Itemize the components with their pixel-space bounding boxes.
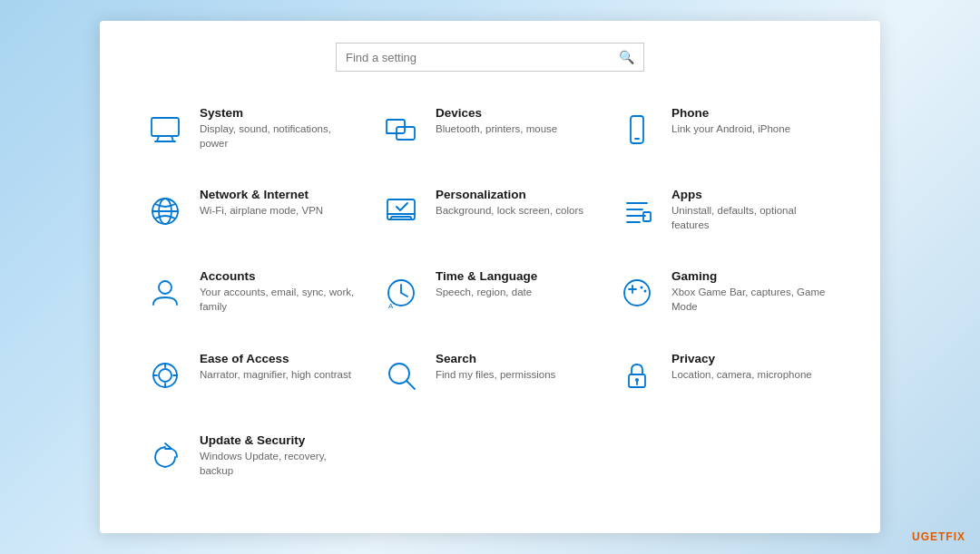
item-title-privacy: Privacy <box>671 352 812 365</box>
item-desc-devices: Bluetooth, printers, mouse <box>436 121 557 136</box>
item-title-accounts: Accounts <box>200 269 358 283</box>
item-desc-network: Wi-Fi, airplane mode, VPN <box>200 203 323 218</box>
item-text-personalization: Personalization Background, lock screen,… <box>436 188 583 218</box>
item-text-ease: Ease of Access Narrator, magnifier, high… <box>200 352 351 382</box>
item-title-gaming: Gaming <box>671 269 829 283</box>
svg-rect-0 <box>152 118 179 136</box>
system-icon <box>143 108 187 151</box>
settings-item-gaming[interactable]: Gaming Xbox Game Bar, captures, Game Mod… <box>608 260 844 342</box>
svg-rect-18 <box>643 212 651 221</box>
item-title-update: Update & Security <box>200 433 358 447</box>
settings-item-devices[interactable]: Devices Bluetooth, printers, mouse <box>372 97 608 179</box>
item-desc-ease: Narrator, magnifier, high contrast <box>200 367 351 382</box>
accounts-icon <box>143 271 187 315</box>
devices-icon <box>379 108 423 151</box>
item-text-phone: Phone Link your Android, iPhone <box>671 106 790 136</box>
settings-grid: System Display, sound, notifications, po… <box>136 97 844 506</box>
item-desc-time: Speech, region, date <box>436 285 537 299</box>
item-title-apps: Apps <box>671 188 829 201</box>
phone-icon <box>615 108 659 151</box>
svg-point-27 <box>641 287 643 289</box>
settings-item-personalization[interactable]: Personalization Background, lock screen,… <box>372 179 608 260</box>
item-text-gaming: Gaming Xbox Game Bar, captures, Game Mod… <box>671 269 829 314</box>
settings-item-time[interactable]: A Time & Language Speech, region, date <box>372 260 608 342</box>
personalization-icon <box>379 190 423 233</box>
item-text-devices: Devices Bluetooth, printers, mouse <box>436 106 557 136</box>
time-icon: A <box>379 271 423 315</box>
item-title-devices: Devices <box>436 106 557 120</box>
item-title-system: System <box>200 106 358 120</box>
settings-panel: 🔍 System Display, sound, notifications, … <box>100 21 880 533</box>
search-input[interactable] <box>346 51 619 64</box>
settings-item-system[interactable]: System Display, sound, notifications, po… <box>136 97 372 179</box>
item-title-personalization: Personalization <box>436 188 583 201</box>
search-icon: 🔍 <box>619 50 634 64</box>
item-desc-gaming: Xbox Game Bar, captures, Game Mode <box>671 285 829 314</box>
svg-point-19 <box>159 281 172 294</box>
settings-item-search[interactable]: Search Find my files, permissions <box>372 343 608 424</box>
item-desc-system: Display, sound, notifications, power <box>200 121 358 151</box>
gaming-icon <box>615 271 659 315</box>
item-text-accounts: Accounts Your accounts, email, sync, wor… <box>200 269 358 314</box>
item-desc-accounts: Your accounts, email, sync, work, family <box>200 285 358 314</box>
item-desc-privacy: Location, camera, microphone <box>671 367 812 382</box>
privacy-icon <box>615 354 659 397</box>
item-text-system: System Display, sound, notifications, po… <box>200 106 358 151</box>
svg-point-24 <box>624 280 650 306</box>
network-icon <box>143 190 187 233</box>
svg-point-28 <box>644 290 647 293</box>
item-desc-update: Windows Update, recovery, backup <box>200 449 358 478</box>
item-desc-search: Find my files, permissions <box>436 367 555 382</box>
watermark: UGETFIX <box>912 530 965 543</box>
svg-rect-13 <box>391 217 411 219</box>
settings-item-accounts[interactable]: Accounts Your accounts, email, sync, wor… <box>136 260 372 342</box>
item-title-network: Network & Internet <box>200 188 323 201</box>
settings-item-network[interactable]: Network & Internet Wi-Fi, airplane mode,… <box>136 179 372 260</box>
item-desc-phone: Link your Android, iPhone <box>671 121 790 136</box>
settings-item-ease[interactable]: Ease of Access Narrator, magnifier, high… <box>136 343 372 424</box>
item-text-privacy: Privacy Location, camera, microphone <box>671 352 812 382</box>
item-text-network: Network & Internet Wi-Fi, airplane mode,… <box>200 188 323 218</box>
settings-item-privacy[interactable]: Privacy Location, camera, microphone <box>608 343 844 424</box>
svg-line-36 <box>407 381 415 389</box>
item-title-phone: Phone <box>671 106 790 120</box>
item-title-ease: Ease of Access <box>200 352 351 365</box>
settings-item-phone[interactable]: Phone Link your Android, iPhone <box>608 97 844 179</box>
item-text-search: Search Find my files, permissions <box>436 352 555 382</box>
settings-item-apps[interactable]: Apps Uninstall, defaults, optional featu… <box>608 179 844 260</box>
apps-icon <box>615 190 659 233</box>
item-desc-personalization: Background, lock screen, colors <box>436 203 583 218</box>
search-container: 🔍 <box>136 43 844 72</box>
item-title-search: Search <box>436 352 555 365</box>
item-text-time: Time & Language Speech, region, date <box>436 269 537 299</box>
svg-text:A: A <box>388 302 394 310</box>
item-text-update: Update & Security Windows Update, recove… <box>200 433 358 478</box>
search-bar[interactable]: 🔍 <box>336 43 644 72</box>
ease-icon <box>143 354 187 397</box>
item-text-apps: Apps Uninstall, defaults, optional featu… <box>671 188 829 232</box>
item-title-time: Time & Language <box>436 269 537 283</box>
item-desc-apps: Uninstall, defaults, optional features <box>671 203 829 232</box>
svg-line-22 <box>401 293 407 296</box>
svg-point-30 <box>159 369 172 382</box>
update-icon <box>143 435 187 479</box>
search-icon <box>379 354 423 397</box>
settings-item-update[interactable]: Update & Security Windows Update, recove… <box>136 424 372 506</box>
